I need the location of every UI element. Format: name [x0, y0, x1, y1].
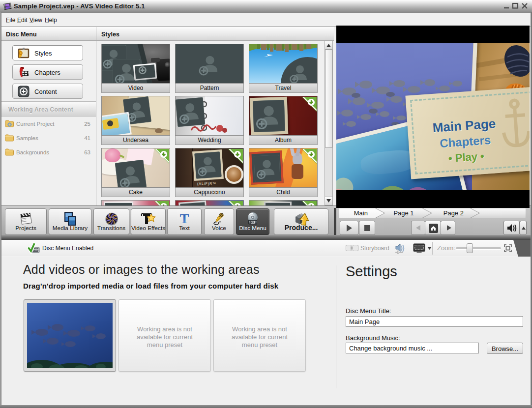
svg-text:Main: Main: [354, 209, 368, 217]
svg-text:Page 2: Page 2: [443, 209, 464, 217]
svg-text:T: T: [180, 212, 189, 226]
svg-text:Page 1: Page 1: [393, 209, 414, 217]
